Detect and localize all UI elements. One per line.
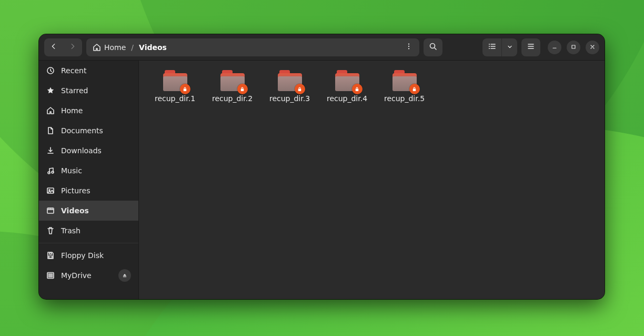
- locked-folder-icon: [335, 70, 359, 91]
- svg-point-2: [408, 48, 409, 49]
- sidebar: Recent Starred Home Documents: [39, 61, 139, 299]
- close-icon: [589, 43, 596, 52]
- folder-item[interactable]: recup_dir.4: [318, 69, 376, 104]
- maximize-icon: [570, 43, 577, 52]
- sidebar-item-label: Downloads: [61, 146, 102, 155]
- svg-rect-18: [184, 88, 187, 91]
- breadcrumb-home-label: Home: [104, 43, 126, 52]
- lock-icon: [237, 84, 248, 94]
- sidebar-item-label: Videos: [61, 206, 89, 215]
- minimize-button[interactable]: [548, 41, 561, 54]
- chevron-down-icon: [507, 43, 513, 52]
- sidebar-item-trash[interactable]: Trash: [39, 221, 138, 241]
- music-icon: [46, 166, 55, 175]
- pathbar: Home / Videos: [86, 38, 419, 56]
- locked-folder-icon: [220, 70, 245, 91]
- locked-folder-icon: [393, 70, 417, 91]
- hamburger-icon: [527, 42, 535, 52]
- sidebar-device-label: MyDrive: [61, 271, 92, 280]
- breadcrumb-home[interactable]: Home: [90, 38, 128, 56]
- view-mode-dropdown[interactable]: [501, 38, 517, 56]
- folder-name: recup_dir.1: [146, 94, 204, 103]
- svg-point-1: [408, 46, 409, 47]
- forward-button[interactable]: [63, 38, 82, 56]
- folder-item[interactable]: recup_dir.3: [261, 69, 318, 104]
- svg-point-10: [52, 171, 54, 173]
- sidebar-divider: [39, 243, 138, 243]
- list-icon: [488, 42, 496, 52]
- folder-name: recup_dir.3: [261, 94, 318, 103]
- sidebar-item-label: Home: [61, 106, 83, 115]
- svg-point-4: [489, 44, 490, 45]
- svg-point-3: [430, 44, 435, 48]
- sidebar-item-videos[interactable]: Videos: [39, 201, 138, 221]
- sidebar-item-label: Documents: [61, 126, 103, 135]
- sidebar-item-label: Recent: [61, 66, 86, 75]
- svg-rect-21: [356, 88, 359, 91]
- star-icon: [46, 86, 55, 95]
- file-grid[interactable]: recup_dir.1 recup_dir.2 recu: [139, 61, 605, 299]
- main-menu-button[interactable]: [521, 38, 540, 56]
- minimize-icon: [551, 43, 558, 52]
- svg-rect-14: [49, 256, 52, 258]
- locked-folder-icon: [163, 70, 187, 91]
- lock-icon: [409, 84, 420, 94]
- maximize-button[interactable]: [567, 41, 580, 54]
- sidebar-item-recent[interactable]: Recent: [39, 61, 138, 81]
- svg-point-5: [489, 46, 490, 47]
- home-icon: [46, 106, 55, 115]
- svg-rect-19: [241, 88, 244, 91]
- path-menu-button[interactable]: [401, 40, 416, 55]
- window-body: Recent Starred Home Documents: [39, 61, 605, 299]
- sidebar-item-label: Trash: [61, 226, 80, 235]
- back-button[interactable]: [44, 38, 63, 56]
- sidebar-item-documents[interactable]: Documents: [39, 121, 138, 141]
- sidebar-device-floppy[interactable]: Floppy Disk: [39, 245, 138, 265]
- svg-rect-20: [298, 88, 301, 91]
- breadcrumb-current[interactable]: Videos: [137, 38, 169, 56]
- sidebar-item-music[interactable]: Music: [39, 161, 138, 181]
- folder-item[interactable]: recup_dir.2: [204, 69, 261, 104]
- lock-icon: [180, 84, 190, 94]
- breadcrumb-separator: /: [131, 43, 134, 52]
- folder-name: recup_dir.4: [318, 94, 376, 103]
- search-button[interactable]: [424, 38, 442, 56]
- folder-name: recup_dir.2: [204, 94, 261, 103]
- svg-point-12: [49, 190, 50, 191]
- folder-name: recup_dir.5: [376, 94, 433, 103]
- close-button[interactable]: [586, 41, 599, 54]
- kebab-icon: [405, 43, 412, 52]
- file-manager-window: Home / Videos: [39, 34, 605, 299]
- home-icon: [93, 43, 101, 52]
- lock-icon: [295, 84, 305, 94]
- list-view-button[interactable]: [482, 38, 501, 56]
- sidebar-device-label: Floppy Disk: [61, 251, 104, 260]
- sidebar-item-starred[interactable]: Starred: [39, 81, 138, 101]
- sidebar-item-downloads[interactable]: Downloads: [39, 141, 138, 161]
- floppy-icon: [46, 251, 55, 260]
- sidebar-item-pictures[interactable]: Pictures: [39, 181, 138, 201]
- svg-rect-22: [413, 88, 416, 91]
- documents-icon: [46, 126, 55, 135]
- sidebar-item-label: Pictures: [61, 186, 90, 195]
- folder-item[interactable]: recup_dir.1: [146, 69, 204, 104]
- svg-rect-15: [49, 253, 52, 254]
- window-controls: [548, 41, 599, 54]
- sidebar-device-mydrive[interactable]: MyDrive: [39, 265, 138, 285]
- nav-back-forward-group: [44, 38, 82, 56]
- svg-rect-16: [47, 273, 54, 279]
- clock-icon: [46, 66, 55, 75]
- titlebar: Home / Videos: [39, 34, 605, 61]
- trash-icon: [46, 226, 55, 235]
- eject-icon: [122, 271, 127, 280]
- drive-icon: [46, 271, 55, 280]
- folder-item[interactable]: recup_dir.5: [376, 69, 433, 104]
- pictures-icon: [46, 186, 55, 195]
- view-mode-group: [482, 38, 517, 56]
- videos-icon: [46, 206, 55, 215]
- lock-icon: [352, 84, 363, 94]
- sidebar-item-home[interactable]: Home: [39, 101, 138, 121]
- search-icon: [429, 42, 437, 52]
- locked-folder-icon: [278, 70, 302, 91]
- eject-button[interactable]: [118, 269, 131, 282]
